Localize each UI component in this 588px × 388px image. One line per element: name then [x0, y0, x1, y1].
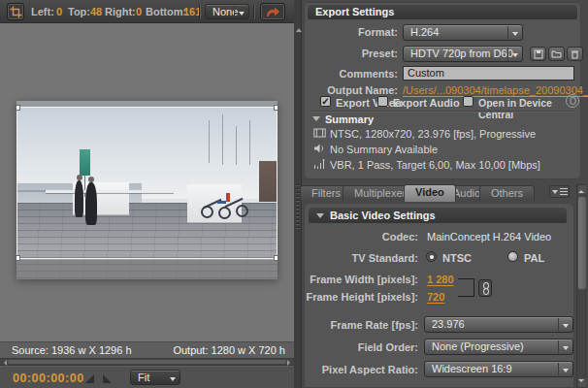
link-dimensions-button[interactable] [478, 279, 492, 297]
crop-left-value[interactable]: 0 [56, 6, 62, 17]
source-dimensions: Source: 1936 w X 1296 h [12, 344, 132, 356]
pal-radio[interactable] [507, 251, 518, 262]
output-name-link[interactable]: /Users/...090304/timelapse_20090304_1.mp… [403, 84, 588, 96]
vertical-scrollbar-thumb[interactable] [578, 197, 586, 289]
crop-proportions-dropdown[interactable]: None [205, 4, 249, 19]
export-settings-header: Export Settings [308, 5, 577, 19]
field-order-dropdown[interactable]: None (Progressive) [424, 339, 573, 355]
chevron-down-icon [552, 190, 558, 197]
menu-lines-icon [560, 188, 568, 195]
pixel-aspect-ratio-dropdown[interactable]: Widescreen 16:9 [424, 361, 573, 377]
horizontal-scrollbar-thumb[interactable] [8, 360, 286, 364]
format-dropdown[interactable]: H.264 [403, 24, 523, 41]
preview-photo[interactable] [16, 101, 278, 279]
open-device-central-checkbox[interactable] [463, 96, 474, 107]
frame-rate-label: Frame Rate [fps]: [304, 319, 418, 331]
crop-icon [10, 6, 22, 18]
crop-handle-bottom-right[interactable] [274, 255, 278, 261]
source-preview-area [0, 23, 294, 341]
preset-value: HDTV 720p from D60 [410, 48, 513, 59]
video-summary-icon [313, 127, 326, 140]
crop-top-label: Top: [68, 6, 90, 17]
crop-tool-button[interactable] [7, 3, 24, 20]
frame-rate-dropdown[interactable]: 23.976 [424, 316, 573, 333]
crop-handle-top-right[interactable] [274, 105, 278, 111]
export-audio-checkbox[interactable] [377, 96, 388, 107]
basic-video-settings-header: Basic Video Settings [309, 208, 567, 223]
export-audio-label: Export Audio [393, 97, 460, 109]
vertical-scrollbar[interactable] [576, 184, 586, 388]
settings-flyout-button[interactable] [260, 3, 285, 20]
dropdown-divider [558, 318, 559, 331]
export-settings-title: Export Settings [315, 6, 394, 17]
scroll-down-icon [578, 379, 584, 385]
summary-disclosure-icon[interactable] [312, 116, 320, 125]
import-preset-icon [551, 49, 562, 58]
field-order-label: Field Order: [304, 341, 418, 353]
cropped-region-bottom [16, 260, 278, 279]
zoom-in-triangle-icon[interactable] [103, 374, 112, 383]
ntsc-radio[interactable] [426, 251, 437, 262]
zoom-out-triangle-icon[interactable] [85, 374, 94, 383]
tab-others[interactable]: Others [479, 185, 535, 201]
save-preset-icon [534, 49, 543, 59]
timecode-display[interactable]: 00:00:00:00 [13, 372, 84, 385]
chevron-down-icon [512, 53, 518, 60]
chevron-down-icon [563, 324, 569, 331]
comments-label: Comments: [304, 68, 398, 80]
frame-height-value[interactable]: 720 [427, 291, 444, 303]
tv-standard-label: TV Standard: [304, 252, 418, 264]
horizontal-scrollbar[interactable] [0, 358, 294, 366]
tab-video[interactable]: Video [404, 184, 456, 202]
tab-multiplexer-label: Multiplexer [354, 187, 406, 199]
audio-summary-icon [313, 143, 326, 155]
export-video-checkbox[interactable]: ✓ [320, 96, 331, 107]
zoom-level-dropdown[interactable]: Fit [130, 370, 180, 385]
link-bracket [474, 278, 474, 297]
frame-rate-value: 23.976 [432, 318, 465, 330]
dropdown-divider [558, 340, 559, 353]
crop-top-value[interactable]: 48 [90, 6, 102, 17]
device-central-icon[interactable] [566, 94, 579, 108]
crop-rectangle[interactable] [16, 107, 278, 259]
preset-label: Preset: [304, 48, 398, 59]
export-settings-window: Left: 0 Top: 48 Right: 0 Bottom: 161 Non… [0, 0, 588, 388]
frame-width-label: Frame Width [pixels]: [304, 274, 418, 285]
import-preset-button[interactable] [548, 47, 565, 61]
field-order-value: None (Progressive) [432, 340, 524, 352]
toolbar-separator [253, 5, 254, 18]
tab-audio-label: Audio [453, 187, 480, 199]
frame-width-value[interactable]: 1 280 [427, 274, 454, 285]
tab-video-label: Video [415, 186, 444, 198]
bvs-disclosure-icon[interactable] [316, 213, 324, 222]
crop-handle-bottom-left[interactable] [16, 255, 20, 261]
chevron-down-icon [563, 369, 569, 375]
tab-filters-label: Filters [311, 187, 341, 199]
preset-dropdown[interactable]: HDTV 720p from D60 [403, 46, 523, 62]
basic-video-settings-title: Basic Video Settings [330, 210, 436, 221]
output-dimensions: Output: 1280 w X 720 h [173, 344, 285, 356]
crop-handle-top-left[interactable] [16, 105, 20, 111]
link-bracket [458, 296, 474, 297]
format-label: Format: [304, 26, 398, 38]
section-divider [311, 111, 573, 112]
summary-video-text: NTSC, 1280x720, 23.976 [fps], Progressiv… [330, 128, 536, 140]
crop-right-value[interactable]: 0 [136, 6, 142, 17]
dropdown-divider [507, 26, 508, 39]
crop-right-label: Right: [105, 6, 136, 17]
tab-others-label: Others [491, 187, 523, 199]
scroll-up-icon[interactable] [296, 25, 302, 32]
panel-menu-button[interactable] [549, 185, 570, 198]
comments-input[interactable]: Custom [403, 66, 574, 81]
dropdown-divider [165, 372, 166, 383]
summary-bitrate-text: VBR, 1 Pass, Target 6,00, Max 10,00 [Mbp… [330, 159, 540, 171]
delete-preset-icon [571, 49, 579, 59]
crop-toolbar: Left: 0 Top: 48 Right: 0 Bottom: 161 Non… [0, 0, 294, 23]
dropdown-divider [507, 48, 508, 60]
delete-preset-button[interactable] [567, 47, 583, 61]
dimensions-info-bar: Source: 1936 w X 1296 h Output: 1280 w X… [0, 341, 294, 358]
dropdown-divider [234, 6, 235, 17]
save-preset-button[interactable] [530, 47, 546, 61]
codec-label: Codec: [304, 231, 418, 242]
ntsc-label: NTSC [442, 252, 472, 264]
